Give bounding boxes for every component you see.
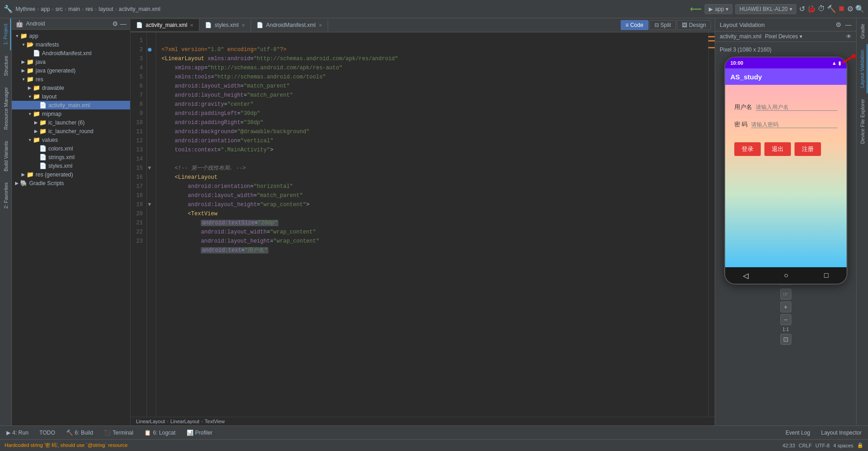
tree-label-styles: styles.xml <box>48 163 73 169</box>
tree-mipmap[interactable]: ▾ 📁 mipmap <box>12 109 130 118</box>
toolbar-stop-btn[interactable]: ⏹ <box>838 5 845 13</box>
tree-java[interactable]: ▶ 📁 java <box>12 57 130 66</box>
status-bar: Hardcoded string '密 码', should use `@str… <box>0 439 868 451</box>
phone-password-input[interactable] <box>751 121 837 128</box>
phone-reg-btn[interactable]: 注册 <box>795 142 821 156</box>
tree-activity-main[interactable]: 📄 activity_main.xml <box>12 101 130 109</box>
tree-drawable[interactable]: ▶ 📁 drawable <box>12 83 130 92</box>
tree-manifests[interactable]: ▾ 📂 manifests <box>12 40 130 49</box>
tree-values[interactable]: ▾ 📁 values <box>12 135 130 144</box>
toolbar-debug-btn[interactable]: 🐞 <box>807 5 816 13</box>
preview-fit-btn[interactable]: ⊡ <box>780 334 791 345</box>
run-btn[interactable]: ▶ 4: Run <box>4 429 31 437</box>
tree-ic-launcher[interactable]: ▶ 📁 ic_launcher (6) <box>12 118 130 127</box>
vertical-tab-resource-manager[interactable]: Resource Manager <box>1 82 10 135</box>
pixel-device-selector[interactable]: Pixel Devices ▾ <box>765 33 802 40</box>
tree-app[interactable]: ▾ 📁 app <box>12 31 130 40</box>
tab-styles[interactable]: 📄 styles.xml ✕ <box>199 19 251 31</box>
terminal-btn[interactable]: ⬛ Terminal <box>101 429 136 437</box>
vertical-tab-gradle[interactable]: Gradle <box>858 18 867 44</box>
tree-ic-launcher-round[interactable]: ▶ 📁 ic_launcher_round <box>12 127 130 135</box>
toolbar-build-btn[interactable]: 🔨 <box>827 5 836 13</box>
breadcrumb-linearlayout-1[interactable]: LinearLayout <box>136 419 165 424</box>
tab-activity-main[interactable]: 📄 activity_main.xml ✕ <box>131 19 199 31</box>
code-content[interactable]: <?xml version="1.0" encoding="utf-8"?> <… <box>156 32 708 417</box>
phone-login-btn[interactable]: 登录 <box>734 142 761 156</box>
tree-colors[interactable]: 📄 colors.xml <box>12 144 130 153</box>
breadcrumb-main[interactable]: main <box>68 6 80 12</box>
run-config-icon: ▶ <box>709 6 713 12</box>
scrollbar-marker-1 <box>708 36 715 37</box>
tree-androidmanifest[interactable]: 📄 AndroidManifest.xml <box>12 49 130 57</box>
todo-btn[interactable]: TODO <box>37 429 58 437</box>
breadcrumb-mythree[interactable]: Mythree <box>16 6 35 12</box>
view-mode-code[interactable]: ≡ Code <box>621 20 648 30</box>
tab-manifest[interactable]: 📄 AndroidManifest.xml ✕ <box>251 19 328 31</box>
toolbar-profile-btn[interactable]: ⏱ <box>818 5 825 13</box>
layout-inspector-btn[interactable]: Layout Inspector <box>818 429 864 437</box>
tree-res[interactable]: ▾ 📁 res <box>12 75 130 83</box>
editor-scrollbar[interactable] <box>708 32 715 417</box>
tree-label-ic-launcher: ic_launcher (6) <box>48 119 84 126</box>
breadcrumb-app[interactable]: app <box>41 6 50 12</box>
vertical-tab-structure[interactable]: Structure <box>1 50 10 82</box>
device-selector[interactable]: HUAWEI BKL-AL20 ▾ <box>735 4 796 14</box>
tree-res-generated[interactable]: ▶ 📁 res (generated) <box>12 170 130 179</box>
vertical-tab-favorites[interactable]: 2: Favorites <box>1 177 10 214</box>
right-panel-minimize-icon[interactable]: — <box>845 21 852 28</box>
right-panel-gear-icon[interactable]: ⚙ <box>836 21 842 28</box>
phone-nav-recents[interactable]: □ <box>824 271 829 280</box>
build-btn[interactable]: 🔨 6: Build <box>63 429 96 437</box>
vertical-tab-project[interactable]: 1: Project <box>1 18 11 50</box>
git-arrow-icon[interactable]: ⟵ <box>690 4 702 14</box>
vertical-tab-layout-validation[interactable]: Layout Validation <box>858 44 868 93</box>
profiler-btn[interactable]: 📊 Profiler <box>184 429 215 437</box>
tab-close-manifest[interactable]: ✕ <box>319 23 322 28</box>
breadcrumb-path: Mythree › app › src › main › res › layou… <box>16 6 160 12</box>
breadcrumb-linearlayout-2[interactable]: LinearLayout <box>170 419 199 424</box>
run-config-selector[interactable]: ▶ app ▾ <box>705 4 732 14</box>
tree-java-generated[interactable]: ▶ 📁 java (generated) <box>12 66 130 75</box>
event-log-btn[interactable]: Event Log <box>783 429 813 437</box>
toolbar-sync-btn[interactable]: ↺ <box>799 5 805 13</box>
sidebar-gear-icon[interactable]: ⚙ <box>112 20 118 27</box>
arrow-app: ▾ <box>14 33 20 38</box>
toolbar-search-btn[interactable]: 🔍 <box>855 5 864 13</box>
logcat-btn[interactable]: 📋 6: Logcat <box>141 429 178 437</box>
view-mode-split[interactable]: ⊟ Split <box>649 20 676 30</box>
preview-zoom-out-btn[interactable]: − <box>780 314 791 325</box>
run-label: 4: Run <box>12 430 28 436</box>
pixel-file-label: activity_main.xml <box>720 33 761 40</box>
terminal-label: Terminal <box>113 430 133 436</box>
breadcrumb-layout[interactable]: layout <box>99 6 113 12</box>
phone-nav-back[interactable]: ◁ <box>743 271 748 280</box>
preview-zoom-in-btn[interactable]: + <box>780 301 791 312</box>
tab-close-styles[interactable]: ✕ <box>241 23 245 28</box>
vertical-tab-build-variants[interactable]: Build Variants <box>1 135 10 177</box>
breadcrumb-res[interactable]: res <box>85 6 93 12</box>
arrow-layout: ▾ <box>26 94 33 99</box>
phone-nav-home[interactable]: ○ <box>784 271 789 280</box>
breadcrumb-src[interactable]: src <box>55 6 63 12</box>
sidebar-collapse-icon[interactable]: — <box>120 20 126 27</box>
folder-drawable-icon: 📁 <box>33 84 40 91</box>
tree-layout[interactable]: ▾ 📁 layout <box>12 92 130 101</box>
preview-refresh-icon[interactable]: 👁 <box>846 33 852 40</box>
phone-exit-btn[interactable]: 退出 <box>764 142 791 156</box>
bottom-toolbar: ▶ 4: Run TODO 🔨 6: Build ⬛ Terminal 📋 6:… <box>0 425 868 439</box>
tree-styles[interactable]: 📄 styles.xml <box>12 161 130 170</box>
tree-strings[interactable]: 📄 strings.xml <box>12 153 130 161</box>
preview-cursor-btn[interactable]: ☞ <box>780 289 791 300</box>
tree-gradle[interactable]: ▶ 🐘 Gradle Scripts <box>12 179 130 187</box>
wifi-icon: ▲ <box>832 60 837 66</box>
breadcrumb-file[interactable]: activity_main.xml <box>119 6 160 12</box>
vertical-tab-device-file-explorer[interactable]: Device File Explorer <box>858 93 867 149</box>
tab-close-activity[interactable]: ✕ <box>190 23 193 28</box>
breadcrumb-textview[interactable]: TextView <box>205 419 225 424</box>
project-tree: ▾ 📁 app ▾ 📂 manifests 📄 AndroidManifest.… <box>12 30 130 425</box>
scrollbar-marker-2 <box>708 40 715 41</box>
toolbar-settings-btn[interactable]: ⚙ <box>847 5 853 13</box>
editor-tabs: 📄 activity_main.xml ✕ 📄 styles.xml ✕ 📄 A… <box>131 18 715 32</box>
phone-username-input[interactable] <box>756 104 837 111</box>
view-mode-design[interactable]: 🖼 Design <box>677 20 711 30</box>
